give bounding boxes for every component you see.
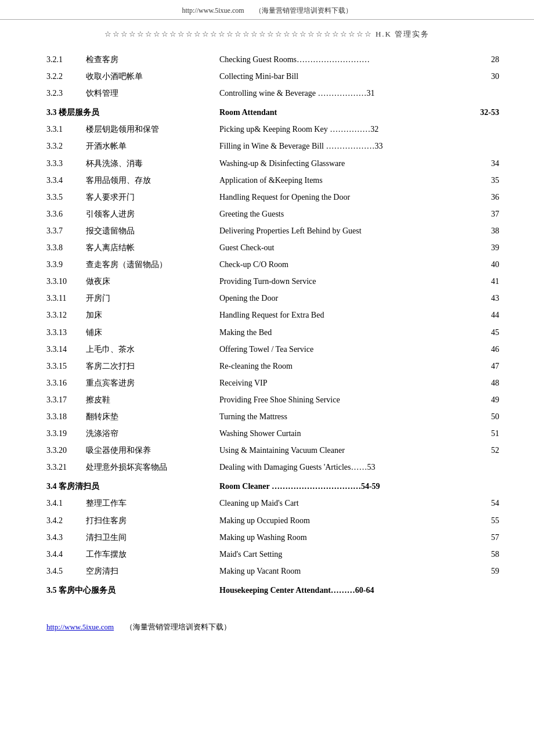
toc-row: 3.5 客房中心服务员Housekeeping Center Attendant… <box>46 582 499 599</box>
toc-row: 3.3.7报交遗留物品Delivering Properties Left Be… <box>46 222 499 239</box>
page-header: http://www.5ixue.com （海量营销管理培训资料下载） <box>0 0 534 20</box>
row-num: 3.2.1 <box>46 53 86 66</box>
subtitle-text: ☆☆☆☆☆☆☆☆☆☆☆☆☆☆☆☆☆☆☆☆☆☆☆☆☆☆☆☆☆☆☆☆☆ H.K 管理… <box>104 30 430 38</box>
row-num: 3.3.6 <box>46 207 86 221</box>
row-zh: 重点宾客进房 <box>86 376 219 390</box>
row-zh: 客人要求开门 <box>86 190 219 204</box>
row-num: 3.3.1 <box>46 123 86 136</box>
row-num: 3.4.2 <box>46 514 86 527</box>
row-en: Turning the Mattress <box>219 410 470 423</box>
row-num: 3.3.5 <box>46 190 86 204</box>
row-zh: 客用品领用、存放 <box>86 174 219 187</box>
toc-row: 3.3.2开酒水帐单Filling in Wine & Beverage Bil… <box>46 138 499 154</box>
row-page: 38 <box>470 224 499 237</box>
row-zh: 客房二次打扫 <box>86 359 219 373</box>
row-en: Receiving VIP <box>219 376 470 390</box>
toc-row: 3.4.4工作车摆放Maid's Cart Setting58 <box>46 546 499 563</box>
row-en: Using & Maintaining Vacuum Cleaner <box>219 444 470 457</box>
row-num: 3.3.17 <box>46 393 86 406</box>
row-num: 3.3.12 <box>46 308 86 322</box>
subtitle-bar: ☆☆☆☆☆☆☆☆☆☆☆☆☆☆☆☆☆☆☆☆☆☆☆☆☆☆☆☆☆☆☆☆☆ H.K 管理… <box>0 20 534 45</box>
footer-url[interactable]: http://www.5ixue.com <box>46 622 114 631</box>
row-zh: 开酒水帐单 <box>86 139 219 153</box>
row-en: Handling Request for Extra Bed <box>219 308 470 322</box>
row-page: 50 <box>470 410 499 423</box>
row-en: Washing-up & Disinfecting Glassware <box>219 157 470 170</box>
toc-row: 3.4.5空房清扫Making up Vacant Room59 <box>46 563 499 579</box>
row-page: 58 <box>470 548 499 561</box>
row-en: Delivering Properties Left Behind by Gue… <box>219 224 470 237</box>
toc-row: 3.4 客房清扫员Room Cleaner ……………………………54-59 <box>46 478 499 495</box>
section-en: Room Cleaner ……………………………54-59 <box>219 480 470 493</box>
row-num: 3.3.20 <box>46 444 86 457</box>
toc-row: 3.3.13铺床Making the Bed45 <box>46 324 499 341</box>
section-num: 3.5 客房中心服务员 <box>46 584 219 597</box>
row-page: 49 <box>470 393 499 406</box>
section-en: Room Attendant <box>219 106 470 119</box>
toc-row: 3.3.11开房门Opening the Door43 <box>46 290 499 307</box>
row-page: 39 <box>470 241 499 254</box>
toc-row: 3.3 楼层服务员Room Attendant32-53 <box>46 104 499 121</box>
row-en: Guest Check-out <box>219 241 470 254</box>
row-zh: 清扫卫生间 <box>86 531 219 544</box>
row-num: 3.4.3 <box>46 531 86 544</box>
toc-row: 3.4.3清扫卫生间Making up Washing Room57 <box>46 529 499 546</box>
row-page: 57 <box>470 531 499 544</box>
row-page: 28 <box>470 53 499 66</box>
row-num: 3.3.2 <box>46 139 86 153</box>
row-zh: 翻转床垫 <box>86 410 219 423</box>
row-zh: 吸尘器使用和保养 <box>86 444 219 457</box>
toc-row: 3.3.9查走客房（遗留物品）Check-up C/O Room40 <box>46 256 499 273</box>
row-page: 40 <box>470 258 499 271</box>
row-zh: 加床 <box>86 308 219 322</box>
page-footer: http://www.5ixue.com （海量营销管理培训资料下载） <box>0 610 534 638</box>
row-zh: 客人离店结帐 <box>86 241 219 254</box>
row-num: 3.3.7 <box>46 224 86 237</box>
toc-row: 3.3.6引领客人进房Greeting the Guests37 <box>46 206 499 222</box>
toc-row: 3.3.21处理意外损坏宾客物品Dealing with Damaging Gu… <box>46 459 499 476</box>
row-zh: 擦皮鞋 <box>86 393 219 406</box>
row-page: 52 <box>470 444 499 457</box>
row-en: Cleaning up Maid's Cart <box>219 496 470 510</box>
row-zh: 空房清扫 <box>86 564 219 578</box>
row-zh: 查走客房（遗留物品） <box>86 258 219 271</box>
row-zh: 饮料管理 <box>86 87 219 100</box>
row-en: Making up Occupied Room <box>219 514 470 527</box>
row-zh: 检查客房 <box>86 53 219 66</box>
row-en: Re-cleaning the Room <box>219 359 470 373</box>
row-num: 3.3.13 <box>46 326 86 339</box>
row-zh: 报交遗留物品 <box>86 224 219 237</box>
row-zh: 整理工作车 <box>86 496 219 510</box>
toc-row: 3.3.4客用品领用、存放Application of &Keeping Ite… <box>46 172 499 189</box>
row-zh: 处理意外损坏宾客物品 <box>86 460 219 474</box>
row-zh: 收取小酒吧帐单 <box>86 70 219 83</box>
row-zh: 上毛巾、茶水 <box>86 343 219 356</box>
row-num: 3.3.8 <box>46 241 86 254</box>
row-page: 44 <box>470 308 499 322</box>
row-num: 3.3.9 <box>46 258 86 271</box>
row-zh: 引领客人进房 <box>86 207 219 221</box>
row-page: 46 <box>470 343 499 356</box>
section-num: 3.4 客房清扫员 <box>46 480 219 493</box>
toc-row: 3.4.2打扫住客房Making up Occupied Room55 <box>46 512 499 529</box>
row-en: Application of &Keeping Items <box>219 174 470 187</box>
row-page: 55 <box>470 514 499 527</box>
section-en: Housekeeping Center Attendant………60-64 <box>219 584 470 597</box>
toc-row: 3.3.15客房二次打扫Re-cleaning the Room47 <box>46 358 499 375</box>
row-zh: 开房门 <box>86 291 219 305</box>
row-zh: 洗涤浴帘 <box>86 427 219 440</box>
row-num: 3.3.16 <box>46 376 86 390</box>
row-en: Making the Bed <box>219 326 470 339</box>
toc-row: 3.3.16重点宾客进房Receiving VIP48 <box>46 375 499 391</box>
toc-row: 3.3.17擦皮鞋Providing Free Shoe Shining Ser… <box>46 391 499 408</box>
footer-desc: （海量营销管理培训资料下载） <box>125 622 231 631</box>
row-en: Offering Towel / Tea Service <box>219 343 470 356</box>
row-page: 41 <box>470 275 499 288</box>
row-en: Providing Free Shoe Shining Service <box>219 393 470 406</box>
toc-row: 3.3.20吸尘器使用和保养Using & Maintaining Vacuum… <box>46 442 499 459</box>
row-num: 3.4.1 <box>46 496 86 510</box>
toc-row: 3.3.18翻转床垫Turning the Mattress50 <box>46 408 499 425</box>
row-zh: 打扫住客房 <box>86 514 219 527</box>
row-num: 3.3.15 <box>46 359 86 373</box>
row-page: 54 <box>470 496 499 510</box>
